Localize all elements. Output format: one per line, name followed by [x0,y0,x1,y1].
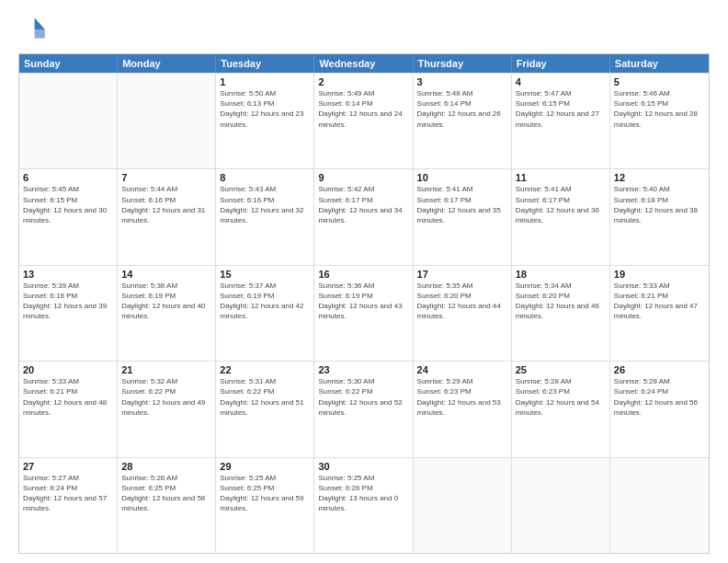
day-number: 1 [220,76,310,87]
cal-header-day: Monday [118,54,216,73]
day-number: 8 [220,172,310,183]
svg-marker-1 [35,29,45,39]
day-info: Sunrise: 5:27 AM Sunset: 6:24 PM Dayligh… [23,473,113,514]
cal-row: 13Sunrise: 5:39 AM Sunset: 6:18 PM Dayli… [19,265,709,361]
day-number: 30 [318,461,408,472]
cal-cell: 6Sunrise: 5:45 AM Sunset: 6:15 PM Daylig… [19,169,118,264]
cal-cell: 22Sunrise: 5:31 AM Sunset: 6:22 PM Dayli… [216,362,314,456]
page: SundayMondayTuesdayWednesdayThursdayFrid… [0,0,728,563]
cal-header-day: Tuesday [216,54,314,73]
day-number: 7 [121,172,211,183]
cal-cell: 1Sunrise: 5:50 AM Sunset: 6:13 PM Daylig… [216,74,314,168]
day-info: Sunrise: 5:33 AM Sunset: 6:21 PM Dayligh… [614,281,705,322]
day-number: 2 [318,76,408,87]
day-number: 17 [417,269,507,280]
day-info: Sunrise: 5:41 AM Sunset: 6:17 PM Dayligh… [417,184,507,225]
cal-cell [610,458,709,553]
day-number: 10 [417,172,507,183]
cal-cell: 17Sunrise: 5:35 AM Sunset: 6:20 PM Dayli… [414,266,512,361]
cal-cell: 4Sunrise: 5:47 AM Sunset: 6:15 PM Daylig… [512,74,610,168]
cal-cell: 18Sunrise: 5:34 AM Sunset: 6:20 PM Dayli… [512,266,610,361]
day-number: 19 [614,269,705,280]
day-info: Sunrise: 5:38 AM Sunset: 6:19 PM Dayligh… [121,281,211,322]
day-number: 6 [23,172,113,183]
cal-cell: 7Sunrise: 5:44 AM Sunset: 6:16 PM Daylig… [118,169,216,264]
day-info: Sunrise: 5:45 AM Sunset: 6:15 PM Dayligh… [23,184,113,225]
day-info: Sunrise: 5:33 AM Sunset: 6:21 PM Dayligh… [23,376,113,418]
cal-row: 6Sunrise: 5:45 AM Sunset: 6:15 PM Daylig… [19,168,709,264]
logo [18,15,51,44]
day-info: Sunrise: 5:46 AM Sunset: 6:15 PM Dayligh… [614,88,705,130]
cal-cell [118,74,216,168]
calendar-header: SundayMondayTuesdayWednesdayThursdayFrid… [19,54,709,73]
logo-icon [18,15,48,44]
day-info: Sunrise: 5:39 AM Sunset: 6:18 PM Dayligh… [23,281,113,322]
cal-cell: 16Sunrise: 5:36 AM Sunset: 6:19 PM Dayli… [314,266,413,361]
day-number: 27 [23,461,113,472]
day-info: Sunrise: 5:35 AM Sunset: 6:20 PM Dayligh… [417,281,507,322]
cal-cell: 8Sunrise: 5:43 AM Sunset: 6:16 PM Daylig… [216,169,314,264]
day-info: Sunrise: 5:25 AM Sunset: 6:26 PM Dayligh… [318,473,408,514]
cal-header-day: Sunday [19,54,118,73]
day-number: 11 [516,172,606,183]
cal-cell: 2Sunrise: 5:49 AM Sunset: 6:14 PM Daylig… [314,74,413,168]
day-info: Sunrise: 5:50 AM Sunset: 6:13 PM Dayligh… [220,88,310,130]
day-info: Sunrise: 5:30 AM Sunset: 6:22 PM Dayligh… [318,376,408,418]
day-info: Sunrise: 5:32 AM Sunset: 6:22 PM Dayligh… [121,376,211,418]
day-number: 26 [614,364,705,375]
cal-cell: 24Sunrise: 5:29 AM Sunset: 6:23 PM Dayli… [414,362,512,456]
day-info: Sunrise: 5:47 AM Sunset: 6:15 PM Dayligh… [516,88,606,130]
svg-rect-2 [21,17,33,38]
day-info: Sunrise: 5:49 AM Sunset: 6:14 PM Dayligh… [318,88,408,130]
day-number: 3 [417,76,507,87]
day-number: 29 [220,461,310,472]
cal-row: 1Sunrise: 5:50 AM Sunset: 6:13 PM Daylig… [19,73,709,168]
day-number: 4 [516,76,606,87]
cal-cell: 21Sunrise: 5:32 AM Sunset: 6:22 PM Dayli… [118,362,216,456]
day-number: 13 [23,269,113,280]
cal-cell: 29Sunrise: 5:25 AM Sunset: 6:25 PM Dayli… [216,458,314,553]
cal-cell: 26Sunrise: 5:28 AM Sunset: 6:24 PM Dayli… [610,362,709,456]
cal-row: 27Sunrise: 5:27 AM Sunset: 6:24 PM Dayli… [19,457,709,553]
day-number: 25 [516,364,606,375]
cal-cell: 25Sunrise: 5:28 AM Sunset: 6:23 PM Dayli… [512,362,610,456]
day-info: Sunrise: 5:31 AM Sunset: 6:22 PM Dayligh… [220,376,310,418]
cal-cell: 10Sunrise: 5:41 AM Sunset: 6:17 PM Dayli… [414,169,512,264]
day-info: Sunrise: 5:36 AM Sunset: 6:19 PM Dayligh… [318,281,408,322]
cal-cell: 28Sunrise: 5:26 AM Sunset: 6:25 PM Dayli… [118,458,216,553]
day-info: Sunrise: 5:34 AM Sunset: 6:20 PM Dayligh… [516,281,606,322]
day-number: 23 [318,364,408,375]
day-info: Sunrise: 5:25 AM Sunset: 6:25 PM Dayligh… [220,473,310,514]
cal-cell: 14Sunrise: 5:38 AM Sunset: 6:19 PM Dayli… [118,266,216,361]
cal-header-day: Friday [512,54,610,73]
day-number: 16 [318,269,408,280]
calendar-body: 1Sunrise: 5:50 AM Sunset: 6:13 PM Daylig… [19,73,709,553]
day-info: Sunrise: 5:29 AM Sunset: 6:23 PM Dayligh… [417,376,507,418]
calendar: SundayMondayTuesdayWednesdayThursdayFrid… [18,53,710,554]
day-number: 12 [614,172,705,183]
day-info: Sunrise: 5:28 AM Sunset: 6:23 PM Dayligh… [516,376,606,418]
day-info: Sunrise: 5:44 AM Sunset: 6:16 PM Dayligh… [121,184,211,225]
day-info: Sunrise: 5:26 AM Sunset: 6:25 PM Dayligh… [121,473,211,514]
cal-cell: 27Sunrise: 5:27 AM Sunset: 6:24 PM Dayli… [19,458,118,553]
cal-cell: 9Sunrise: 5:42 AM Sunset: 6:17 PM Daylig… [314,169,413,264]
day-number: 28 [121,461,211,472]
day-number: 15 [220,269,310,280]
cal-cell: 23Sunrise: 5:30 AM Sunset: 6:22 PM Dayli… [314,362,413,456]
cal-cell: 3Sunrise: 5:48 AM Sunset: 6:14 PM Daylig… [414,74,512,168]
cal-cell [414,458,512,553]
cal-cell: 13Sunrise: 5:39 AM Sunset: 6:18 PM Dayli… [19,266,118,361]
cal-cell: 30Sunrise: 5:25 AM Sunset: 6:26 PM Dayli… [314,458,413,553]
cal-cell: 5Sunrise: 5:46 AM Sunset: 6:15 PM Daylig… [610,74,709,168]
cal-cell [512,458,610,553]
day-info: Sunrise: 5:40 AM Sunset: 6:18 PM Dayligh… [614,184,705,225]
day-number: 5 [614,76,705,87]
day-number: 24 [417,364,507,375]
cal-cell: 15Sunrise: 5:37 AM Sunset: 6:19 PM Dayli… [216,266,314,361]
day-info: Sunrise: 5:48 AM Sunset: 6:14 PM Dayligh… [417,88,507,130]
cal-cell [19,74,118,168]
day-number: 9 [318,172,408,183]
day-info: Sunrise: 5:37 AM Sunset: 6:19 PM Dayligh… [220,281,310,322]
cal-header-day: Thursday [414,54,512,73]
svg-marker-0 [35,17,45,29]
